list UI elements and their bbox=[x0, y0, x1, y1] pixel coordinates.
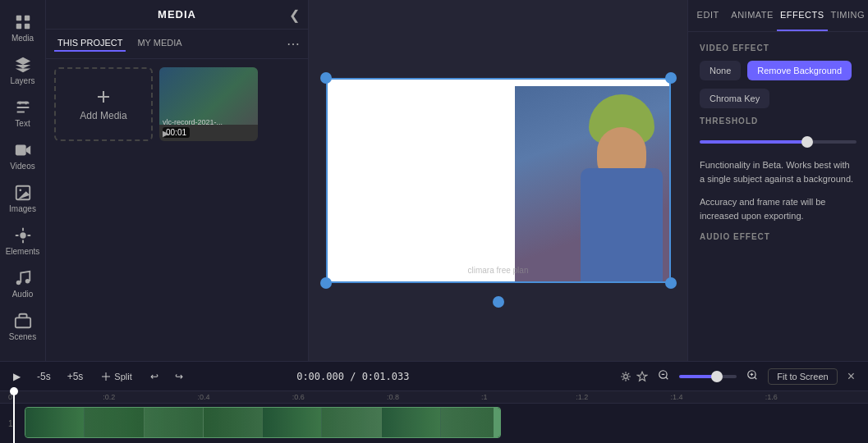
clip-frame-2 bbox=[85, 408, 144, 437]
canvas-area: climara free plan bbox=[309, 0, 687, 361]
tab-this-project[interactable]: THIS PROJECT bbox=[54, 36, 126, 52]
video-clip[interactable] bbox=[25, 407, 501, 438]
ruler-mark-5: :1 bbox=[481, 393, 576, 401]
handle-top-left[interactable] bbox=[320, 72, 332, 84]
media-panel-title: MEDIA bbox=[158, 8, 196, 21]
tab-my-media[interactable]: MY MEDIA bbox=[134, 36, 185, 52]
sidebar-item-layers[interactable]: Layers bbox=[0, 49, 45, 92]
zoom-slider[interactable] bbox=[679, 375, 737, 378]
media-tab-more[interactable]: ⋯ bbox=[287, 36, 300, 52]
sidebar-item-scenes[interactable]: Scenes bbox=[0, 305, 45, 348]
zoom-controls: Fit to Screen × bbox=[620, 367, 860, 386]
redo-button[interactable]: ↪ bbox=[170, 368, 188, 385]
effect-buttons: None Remove Background bbox=[700, 61, 857, 80]
zoom-out-icon bbox=[658, 369, 669, 381]
right-panel: EDIT ANIMATE EFFECTS TIMING VIDEO EFFECT… bbox=[687, 0, 868, 361]
svg-point-7 bbox=[19, 189, 21, 191]
effect-remove-bg-button[interactable]: Remove Background bbox=[747, 61, 852, 80]
threshold-slider-container bbox=[700, 132, 857, 147]
media-tabs: THIS PROJECT MY MEDIA ⋯ bbox=[46, 30, 308, 59]
clip-end-handle[interactable] bbox=[494, 408, 500, 437]
effect-chroma-key-button[interactable]: Chroma Key bbox=[700, 89, 769, 108]
snap-icon bbox=[636, 371, 648, 382]
undo-button[interactable]: ↩ bbox=[145, 368, 163, 385]
clip-frame-6 bbox=[322, 408, 381, 437]
ruler-mark-1: :0.2 bbox=[103, 393, 197, 401]
playhead[interactable] bbox=[13, 387, 15, 443]
handle-bottom-left[interactable] bbox=[320, 277, 332, 289]
tab-edit[interactable]: EDIT bbox=[688, 0, 728, 31]
zoom-in-icon bbox=[746, 369, 758, 381]
top-area: Media Layers Text Videos bbox=[0, 0, 868, 361]
svg-point-8 bbox=[20, 232, 25, 238]
split-button[interactable]: Split bbox=[94, 369, 138, 384]
layers-icon bbox=[14, 56, 32, 74]
add-media-button[interactable]: Add Media bbox=[54, 67, 153, 141]
track-content bbox=[25, 407, 860, 440]
scenes-icon bbox=[14, 312, 32, 330]
ruler-mark-8: :1.6 bbox=[765, 393, 860, 401]
media-panel: MEDIA ❮ THIS PROJECT MY MEDIA ⋯ Add Medi… bbox=[46, 0, 309, 361]
svg-rect-3 bbox=[24, 24, 29, 29]
left-sidebar: Media Layers Text Videos bbox=[0, 0, 46, 361]
svg-point-9 bbox=[16, 281, 21, 285]
audio-effect-label: AUDIO EFFECT bbox=[700, 232, 857, 241]
play-button[interactable]: ▶ bbox=[8, 368, 25, 385]
magic-icon bbox=[620, 371, 631, 382]
tab-effects[interactable]: EFFECTS bbox=[777, 0, 828, 31]
canvas-wrapper[interactable]: climara free plan bbox=[326, 78, 671, 283]
tab-timing[interactable]: TIMING bbox=[828, 0, 869, 31]
track-number: 1 bbox=[8, 419, 21, 428]
canvas-background: climara free plan bbox=[326, 78, 671, 283]
timeline-controls: ▶ -5s +5s Split ↩ ↪ 0:00.000 / 0:01.033 bbox=[0, 362, 868, 391]
tab-animate[interactable]: ANIMATE bbox=[728, 0, 777, 31]
svg-rect-11 bbox=[15, 317, 30, 327]
watermark: climara free plan bbox=[468, 266, 529, 275]
close-timeline-button[interactable]: × bbox=[843, 368, 860, 386]
zoom-in-button[interactable] bbox=[742, 367, 763, 386]
thumb-name: vlc-record-2021-... bbox=[163, 118, 255, 126]
video-thumbnail[interactable]: 00:01 ▶ vlc-record-2021-... bbox=[159, 67, 258, 141]
ruler-marks: 0 :0.2 :0.4 :0.6 :0.8 :1 :1.2 :1.4 :1.6 bbox=[8, 393, 860, 401]
effect-none-button[interactable]: None bbox=[700, 61, 741, 80]
video-icon bbox=[14, 141, 32, 159]
ruler-mark-4: :0.8 bbox=[387, 393, 481, 401]
info-text-2: Accuracy and frame rate will be increase… bbox=[700, 195, 857, 222]
clip-frame-3 bbox=[145, 408, 204, 437]
media-panel-back-button[interactable]: ❮ bbox=[289, 7, 300, 22]
ruler-mark-2: :0.4 bbox=[197, 393, 292, 401]
elements-icon bbox=[14, 226, 32, 244]
ruler-mark-3: :0.6 bbox=[292, 393, 387, 401]
sidebar-item-videos[interactable]: Videos bbox=[0, 135, 45, 177]
video-effect-label: VIDEO EFFECT bbox=[700, 43, 857, 53]
sidebar-item-elements[interactable]: Elements bbox=[0, 220, 45, 263]
handle-top-right[interactable] bbox=[665, 72, 677, 84]
zoom-out-button[interactable] bbox=[653, 367, 674, 386]
thumb-play-icon: ▶ bbox=[163, 129, 169, 138]
time-display: 0:00.000 / 0:01.033 bbox=[296, 371, 409, 382]
clip-frame-1 bbox=[25, 408, 85, 437]
threshold-slider[interactable] bbox=[700, 140, 857, 144]
svg-point-10 bbox=[25, 279, 30, 284]
split-icon bbox=[101, 372, 111, 381]
sidebar-item-media[interactable]: Media bbox=[0, 7, 45, 49]
minus-5s-button[interactable]: -5s bbox=[32, 368, 56, 385]
image-icon bbox=[14, 184, 32, 202]
fit-to-screen-button[interactable]: Fit to Screen bbox=[768, 368, 837, 385]
right-tabs: EDIT ANIMATE EFFECTS TIMING bbox=[688, 0, 868, 32]
handle-bottom-right[interactable] bbox=[665, 277, 677, 289]
sidebar-item-audio[interactable]: Audio bbox=[0, 263, 45, 305]
svg-point-12 bbox=[624, 374, 628, 378]
sidebar-item-images[interactable]: Images bbox=[0, 177, 45, 220]
svg-rect-5 bbox=[15, 145, 25, 156]
handle-rotate[interactable] bbox=[493, 296, 504, 308]
right-content: VIDEO EFFECT None Remove Background Chro… bbox=[688, 32, 868, 361]
svg-rect-1 bbox=[24, 16, 29, 21]
ruler-mark-6: :1.2 bbox=[576, 393, 670, 401]
sidebar-item-text[interactable]: Text bbox=[0, 92, 45, 135]
plus-5s-button[interactable]: +5s bbox=[62, 368, 89, 385]
clip-frame-8 bbox=[441, 408, 500, 437]
thumb-preview bbox=[159, 67, 258, 125]
svg-rect-2 bbox=[16, 24, 21, 29]
plus-icon bbox=[94, 87, 113, 107]
